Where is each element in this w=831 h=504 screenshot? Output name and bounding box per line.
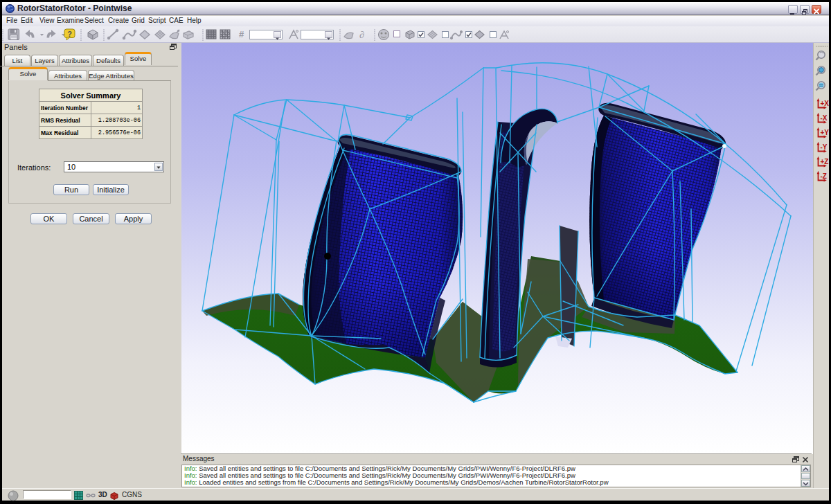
svg-text:?: ?: [67, 30, 72, 38]
svg-text:-Y: -Y: [821, 143, 828, 151]
svg-text:+Y: +Y: [821, 129, 830, 136]
svg-text:+X: +X: [821, 100, 830, 107]
svg-text:-Z: -Z: [821, 172, 827, 180]
svg-text:+Z: +Z: [821, 158, 829, 165]
svg-text:-X: -X: [821, 114, 828, 122]
svg-text:∂: ∂: [359, 30, 364, 40]
